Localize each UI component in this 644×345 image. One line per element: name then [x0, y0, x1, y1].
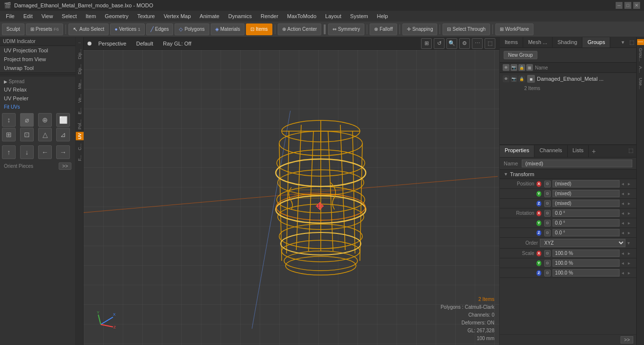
scale-z-right[interactable]: ▸ [628, 270, 632, 276]
pos-z-right[interactable]: ▸ [628, 201, 632, 206]
right-a[interactable]: A... [637, 64, 644, 75]
tab-mesh[interactable]: Mesh ... [523, 37, 553, 47]
tool-axis[interactable]: ⊕ [38, 113, 52, 127]
arrow-right[interactable]: → [56, 145, 70, 159]
props-expand[interactable]: ⬚ [625, 145, 636, 157]
auto-select-button[interactable]: ↖ Auto Select [68, 23, 109, 35]
tab-lists[interactable]: Lists [568, 145, 589, 157]
vp-dots-btn[interactable]: ⋯ [472, 38, 483, 49]
menu-select[interactable]: Select [58, 12, 81, 20]
row-eye-icon[interactable]: 👁 [503, 75, 510, 82]
polygons-button[interactable]: ◇ Polygons [175, 23, 209, 35]
menu-dynamics[interactable]: Dynamics [224, 12, 256, 20]
menu-layout[interactable]: Layout [321, 12, 345, 20]
uv-badge[interactable]: UV [76, 132, 84, 140]
rot-y-right[interactable]: ▸ [628, 220, 632, 226]
action-center-button[interactable]: ⊕ Action Center [278, 23, 322, 35]
vp-refresh-btn[interactable]: ↺ [434, 38, 444, 49]
props-expand-button[interactable]: >> [621, 336, 633, 344]
right-grou[interactable]: Grou... [637, 46, 644, 64]
side-me[interactable]: Me... [76, 77, 83, 91]
items-button[interactable]: ⊡ Items [246, 23, 272, 35]
rot-x-left[interactable]: ◂ [622, 210, 626, 216]
menu-animate[interactable]: Animate [196, 12, 223, 20]
vp-mode[interactable]: Default [133, 40, 156, 47]
scale-y-input[interactable] [553, 259, 620, 267]
tool-tri[interactable]: △ [38, 128, 52, 141]
row-render-icon[interactable]: 📷 [511, 75, 517, 82]
edges-button[interactable]: ╱ Edges [146, 23, 173, 35]
maximize-button[interactable]: □ [624, 2, 631, 9]
minimize-button[interactable]: ─ [616, 2, 622, 9]
pos-y-right[interactable]: ▸ [628, 191, 632, 196]
menu-item[interactable]: Item [82, 12, 100, 20]
rot-y-left[interactable]: ◂ [622, 220, 626, 226]
arrow-down[interactable]: ↓ [20, 145, 34, 159]
side-f[interactable]: F... [76, 153, 83, 163]
tab-items[interactable]: Items [500, 37, 523, 47]
workplane-button[interactable]: ⊞ WorkPlane [495, 23, 533, 35]
rotation-x-input[interactable] [553, 209, 620, 217]
tool-prism[interactable]: ⊿ [56, 128, 70, 141]
uv-peeler[interactable]: UV Peeler [0, 94, 75, 103]
rot-x-right[interactable]: ▸ [628, 210, 632, 216]
uv-projection-tool[interactable]: UV Projection Tool [0, 46, 75, 55]
side-pol[interactable]: Pol... [76, 117, 83, 132]
menu-render[interactable]: Render [257, 12, 282, 20]
menu-system[interactable]: System [346, 12, 372, 20]
row-lock-icon[interactable]: 🔒 [518, 75, 525, 82]
close-button[interactable]: ✕ [633, 2, 640, 9]
name-input[interactable] [522, 160, 632, 167]
tool-move[interactable]: ↕ [2, 113, 16, 127]
expand-button[interactable]: >> [59, 162, 71, 170]
right-use[interactable]: Use... [637, 76, 644, 92]
symmetry-button[interactable]: ⇔ Symmetry [328, 23, 364, 35]
menu-vertexmap[interactable]: Vertex Map [160, 12, 195, 20]
vp-maximize-btn[interactable]: ⬚ [485, 38, 495, 49]
tab-shading[interactable]: Shading [553, 37, 582, 47]
scale-y-left[interactable]: ◂ [622, 260, 626, 266]
vp-raygl[interactable]: Ray GL: Off [160, 40, 194, 47]
tab-properties[interactable]: Properties [500, 145, 534, 157]
vertices-button[interactable]: ● Vertices 1 [110, 23, 145, 35]
presets-button[interactable]: ⊞ Presets F6 [26, 23, 63, 35]
add-tab-button[interactable]: + [589, 145, 599, 157]
pos-x-right[interactable]: ▸ [628, 181, 632, 186]
tab-fullscreen[interactable]: ⬚ [627, 37, 636, 47]
menu-maxtomodo[interactable]: MaxToModo [283, 12, 320, 20]
tool-dots[interactable]: ⊡ [20, 128, 34, 141]
scale-x-input[interactable] [553, 250, 620, 257]
vp-perspective[interactable]: Perspective [95, 40, 129, 47]
side-e[interactable]: E... [76, 106, 83, 116]
position-x-input[interactable] [553, 180, 620, 187]
falloff-button[interactable]: ⊗ Falloff [370, 23, 397, 35]
menu-geometry[interactable]: Geometry [101, 12, 132, 20]
tool-rotate-3d[interactable]: ⌀ [20, 113, 34, 127]
viewport-canvas[interactable]: X Z Y 2 Items Polygons : Catmull-Clark C… [84, 50, 499, 345]
tool-grid2[interactable]: ⊞ [2, 128, 16, 141]
viewport[interactable]: Perspective Default Ray GL: Off ⊞ ↺ 🔍 ⚙ … [84, 37, 499, 345]
rot-z-left[interactable]: ◂ [622, 230, 626, 235]
menu-texture[interactable]: Texture [133, 12, 159, 20]
side-dip1[interactable]: Dip... [76, 47, 83, 61]
pos-x-left[interactable]: ◂ [622, 181, 626, 186]
scale-z-left[interactable]: ◂ [622, 270, 626, 276]
scale-x-left[interactable]: ◂ [622, 251, 626, 256]
tab-channels[interactable]: Channels [534, 145, 567, 157]
menu-file[interactable]: File [2, 12, 19, 20]
position-z-input[interactable] [553, 200, 620, 207]
scale-y-right[interactable]: ▸ [628, 260, 632, 266]
side-c[interactable]: C... [76, 141, 83, 152]
arrow-left[interactable]: ← [38, 145, 52, 159]
tool-box[interactable]: ⬜ [56, 113, 70, 127]
side-ve[interactable]: Ve... [76, 92, 83, 105]
rotation-y-input[interactable] [553, 219, 620, 227]
group-row-1[interactable]: 👁 📷 🔒 ■ Damaged_Ethanol_Metal ... [500, 73, 636, 85]
new-group-button[interactable]: New Group [504, 51, 537, 59]
snapping-button[interactable]: ✛ Snapping [402, 23, 437, 35]
vp-render-btn[interactable]: ⊞ [421, 38, 432, 49]
uv-relax[interactable]: UV Relax [0, 85, 75, 94]
rotation-z-input[interactable] [553, 229, 620, 236]
menu-view[interactable]: View [38, 12, 57, 20]
vp-settings-btn[interactable]: ⚙ [459, 38, 470, 49]
